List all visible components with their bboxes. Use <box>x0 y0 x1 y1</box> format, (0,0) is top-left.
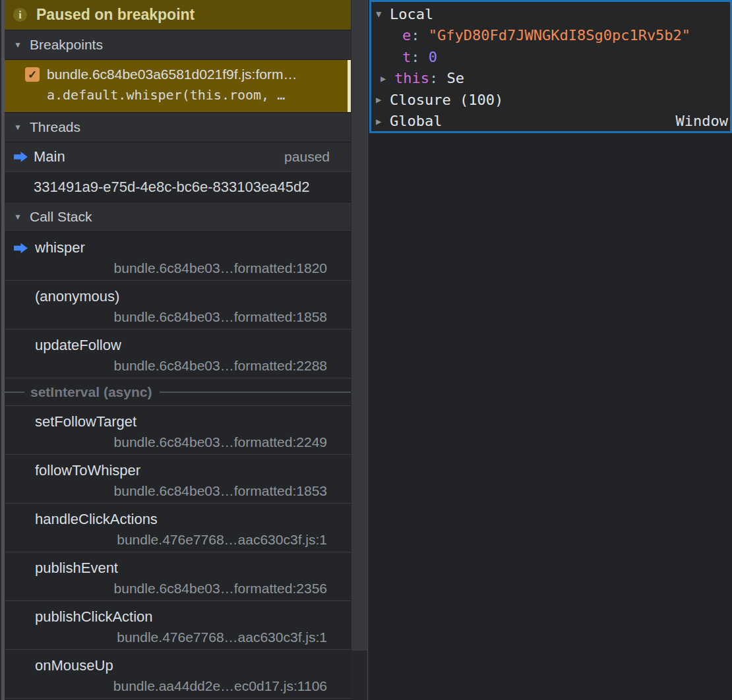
variable-name: t <box>402 49 411 65</box>
call-stack-frame[interactable]: (anonymous) bundle.6c84be03…formatted:18… <box>5 281 351 330</box>
scope-panel: Local e: "GfyD80Fd7JWNGKdI8Sg0pc1Rv5b2" … <box>369 0 732 700</box>
scope-section-local[interactable]: Local <box>371 3 730 25</box>
name-value-separator: : <box>411 27 429 44</box>
chevron-down-icon <box>14 41 30 49</box>
variable-value-number: 0 <box>429 49 437 65</box>
call-stack-frame[interactable]: onMouseUp bundle.aa44dd2e…ec0d17.js:1106 <box>5 650 351 699</box>
call-stack-frame[interactable]: followToWhisper bundle.6c84be03…formatte… <box>5 455 351 504</box>
frame-location: bundle.6c84be03…formatted:1853 <box>5 482 351 500</box>
breakpoints-section-header[interactable]: Breakpoints <box>5 30 351 60</box>
chevron-down-icon <box>14 213 30 221</box>
triangle-right-icon[interactable] <box>376 95 390 104</box>
threads-header-label: Threads <box>30 119 80 135</box>
breakpoint-file-label: bundle.6c84be03a6581d021f9f.js:form… <box>47 67 297 82</box>
frame-function-name: publishEvent <box>5 558 351 578</box>
scope-variable-this[interactable]: this: Se <box>371 68 730 90</box>
call-stack-section-header[interactable]: Call Stack <box>5 202 351 232</box>
call-stack-frame[interactable]: handleClickActions bundle.476e7768…aac63… <box>5 504 351 552</box>
frame-function-name: publishClickAction <box>5 607 351 627</box>
frame-function-name: setFollowTarget <box>5 412 351 432</box>
breakpoint-checkbox[interactable] <box>25 67 40 82</box>
frame-location: bundle.6c84be03…formatted:1820 <box>5 259 351 277</box>
triangle-right-icon[interactable] <box>381 74 394 83</box>
variable-name: this <box>394 70 429 86</box>
thread-name: Main <box>34 148 65 165</box>
frame-location: bundle.6c84be03…formatted:2356 <box>5 579 351 598</box>
triangle-down-icon[interactable] <box>376 9 390 18</box>
sidebar-scrollbar-track[interactable] <box>351 0 369 700</box>
frame-function-name: whisper <box>5 238 351 258</box>
call-stack-header-label: Call Stack <box>30 209 92 225</box>
scope-section-closure[interactable]: Closure (100) <box>371 89 730 111</box>
call-stack-frame[interactable]: publishClickAction bundle.476e7768…aac63… <box>5 601 351 650</box>
debugger-sidebar: Paused on breakpoint Breakpoints bundle.… <box>5 0 351 700</box>
breakpoints-header-label: Breakpoints <box>30 37 103 53</box>
chevron-down-icon <box>14 123 30 131</box>
frame-location: bundle.476e7768…aac630c3f.js:1 <box>5 531 351 549</box>
paused-on-breakpoint-banner: Paused on breakpoint <box>5 0 351 30</box>
sidebar-scrollbar-thumb[interactable] <box>351 0 367 651</box>
scope-local-label: Local <box>390 6 433 22</box>
name-value-separator: : <box>411 49 429 65</box>
async-boundary-label: setInterval (async) <box>30 384 152 400</box>
thread-name: 331491a9-e75d-4e8c-bc6e-833103ea45d2 <box>34 179 309 196</box>
triangle-right-icon[interactable] <box>376 117 390 126</box>
async-boundary-divider: setInterval (async) <box>5 378 351 406</box>
thread-row-worker[interactable]: 331491a9-e75d-4e8c-bc6e-833103ea45d2 <box>5 172 351 202</box>
frame-location: bundle.6c84be03…formatted:2288 <box>5 357 351 375</box>
variable-name: e <box>402 27 411 44</box>
devtools-debugger-panel: Paused on breakpoint Breakpoints bundle.… <box>0 0 732 700</box>
frame-location: bundle.6c84be03…formatted:1858 <box>5 308 351 326</box>
frame-function-name: followToWhisper <box>5 461 351 481</box>
call-stack-frame[interactable]: updateFollow bundle.6c84be03…formatted:2… <box>5 330 351 378</box>
frame-location: bundle.aa44dd2e…ec0d17.js:1106 <box>5 677 351 695</box>
frame-function-name: (anonymous) <box>5 287 351 306</box>
variable-value-object: Se <box>446 70 464 86</box>
scope-pane-focused: Local e: "GfyD80Fd7JWNGKdI8Sg0pc1Rv5b2" … <box>369 0 732 133</box>
panel-splitter[interactable] <box>0 0 5 700</box>
frame-function-name: handleClickActions <box>5 510 351 529</box>
frame-location: bundle.6c84be03…formatted:2249 <box>5 433 351 452</box>
threads-section-header[interactable]: Threads <box>5 112 351 142</box>
scope-variable-t[interactable]: t: 0 <box>371 46 730 68</box>
paused-banner-text: Paused on breakpoint <box>36 6 195 24</box>
scope-global-value: Window <box>676 113 730 129</box>
scope-section-global[interactable]: Global Window <box>371 111 730 132</box>
name-value-separator: : <box>429 70 447 86</box>
thread-row-main[interactable]: Main paused <box>5 142 351 172</box>
call-stack-frame[interactable]: setFollowTarget bundle.6c84be03…formatte… <box>5 406 351 455</box>
frame-location: bundle.476e7768…aac630c3f.js:1 <box>5 628 351 647</box>
frame-function-name: updateFollow <box>5 335 351 355</box>
thread-status-badge: paused <box>284 149 330 165</box>
breakpoint-entry[interactable]: bundle.6c84be03a6581d021f9f.js:form… a.d… <box>5 60 351 112</box>
scope-variable-e[interactable]: e: "GfyD80Fd7JWNGKdI8Sg0pc1Rv5b2" <box>371 25 730 47</box>
execution-pointer-icon <box>14 152 28 163</box>
variable-value-string: "GfyD80Fd7JWNGKdI8Sg0pc1Rv5b2" <box>429 27 690 44</box>
call-stack-frame[interactable]: publishEvent bundle.6c84be03…formatted:2… <box>5 552 351 601</box>
call-stack-frame[interactable]: whisper bundle.6c84be03…formatted:1820 <box>5 232 351 281</box>
breakpoint-source-snippet: a.default.whisper(this.room, … <box>5 87 351 103</box>
frame-function-name: onMouseUp <box>5 656 351 676</box>
info-icon <box>13 8 27 22</box>
scope-global-label: Global <box>390 113 442 129</box>
scope-closure-label: Closure (100) <box>390 92 503 108</box>
